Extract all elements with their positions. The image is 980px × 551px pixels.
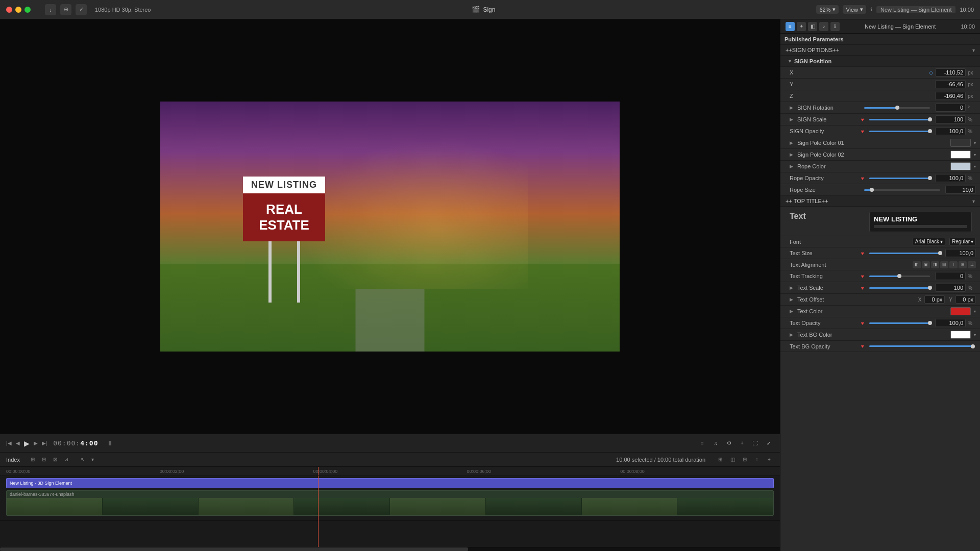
lock-icon[interactable]: ⊟: [740, 455, 749, 464]
pole-color-02-swatch[interactable]: [950, 151, 971, 159]
sign-clip[interactable]: New Listing - 3D Sign Element: [6, 478, 774, 488]
share-timeline-icon[interactable]: ↑: [752, 455, 762, 464]
bg-opacity-heart[interactable]: ♥: [861, 343, 864, 349]
rope-opacity-value[interactable]: 100,0: [935, 174, 966, 182]
text-scale-heart[interactable]: ♥: [861, 285, 864, 291]
bg-opacity-slider[interactable]: [869, 345, 973, 347]
text-size-heart[interactable]: ♥: [861, 251, 864, 256]
align-justify-btn[interactable]: ▤: [940, 261, 948, 268]
step-forward-icon[interactable]: ▶: [34, 440, 38, 446]
align-top-btn[interactable]: ⊤: [949, 261, 958, 268]
offset-y-value[interactable]: 0 px: [955, 295, 976, 304]
sign-position-section[interactable]: ▼ SIGN Position: [780, 56, 980, 67]
cursor-icon[interactable]: ↖: [78, 455, 87, 464]
align-center-btn[interactable]: ▣: [922, 261, 930, 268]
text-size-slider[interactable]: [869, 253, 940, 254]
list-view-icon[interactable]: ≡: [697, 438, 707, 448]
text-size-value[interactable]: 100,0: [945, 249, 976, 257]
clip-icon[interactable]: ⊞: [28, 455, 37, 464]
text-color-dropdown[interactable]: ▾: [974, 309, 976, 314]
text-preview-content[interactable]: NEW LISTING: [874, 215, 967, 223]
text-scale-slider[interactable]: [869, 287, 930, 289]
text-opacity-slider[interactable]: [869, 322, 930, 324]
offset-x-value[interactable]: 0 px: [924, 295, 945, 304]
published-params-section[interactable]: Published Parameters ⋯: [780, 34, 980, 45]
add-icon[interactable]: +: [737, 438, 747, 448]
text-preview-box[interactable]: NEW LISTING: [869, 212, 972, 232]
text-color-swatch[interactable]: [950, 307, 971, 315]
text-opacity-value[interactable]: 100,0: [935, 319, 966, 327]
audio-tab-icon[interactable]: ♪: [819, 22, 828, 31]
sign-options-row[interactable]: ++SIGN OPTIONS++ ▾: [780, 45, 980, 56]
go-to-start-icon[interactable]: |◀: [6, 440, 12, 446]
play-pause-button[interactable]: ▶: [24, 439, 30, 447]
opacity-slider[interactable]: [869, 131, 930, 132]
zoom-to-fit-icon[interactable]: ⊞: [716, 455, 725, 464]
font-name-select[interactable]: Arial Black ▾: [913, 238, 945, 245]
transition-tab-icon[interactable]: ◧: [808, 22, 817, 31]
effects-tab-icon[interactable]: ✦: [797, 22, 806, 31]
download-icon[interactable]: ↓: [45, 4, 56, 15]
rope-opacity-heart[interactable]: ♥: [861, 176, 864, 181]
top-title-row[interactable]: ++ TOP TITLE++ ▾: [780, 196, 980, 207]
fullscreen-preview-icon[interactable]: ⛶: [750, 438, 761, 448]
pole02-dropdown[interactable]: ▾: [974, 153, 976, 157]
rope-size-slider[interactable]: [864, 189, 940, 191]
properties-tab-icon[interactable]: ≡: [786, 22, 795, 31]
video-clip[interactable]: daniel-barnes-383674-unsplash: [6, 490, 774, 516]
scrubber-thumb[interactable]: [0, 547, 468, 551]
text-bg-color-swatch[interactable]: [950, 331, 971, 339]
tracking-slider[interactable]: [869, 276, 930, 277]
pause-icon[interactable]: ⏸: [107, 439, 113, 447]
align-middle-btn[interactable]: ⊞: [959, 261, 967, 268]
rotation-slider[interactable]: [864, 107, 930, 109]
close-button[interactable]: [6, 7, 12, 13]
opacity-value-input[interactable]: 100,0: [935, 127, 966, 135]
tracking-heart[interactable]: ♥: [861, 273, 864, 279]
settings-icon[interactable]: ⚙: [724, 438, 734, 448]
font-style-select[interactable]: Regular ▾: [949, 238, 976, 245]
view-control[interactable]: View ▾: [843, 5, 866, 14]
connect-icon[interactable]: ⊟: [39, 455, 48, 464]
expand-icon[interactable]: ⤢: [764, 438, 774, 448]
pole-color-01-swatch[interactable]: [950, 139, 971, 147]
align-bottom-btn[interactable]: ⊥: [968, 261, 976, 268]
y-value-input[interactable]: -66,46: [935, 80, 966, 88]
rotation-value-input[interactable]: 0: [935, 104, 966, 112]
rope-color-swatch[interactable]: [950, 162, 971, 170]
minimize-button[interactable]: [15, 7, 21, 13]
scale-value-input[interactable]: 100: [935, 115, 966, 123]
rope-opacity-slider[interactable]: [869, 178, 930, 179]
text-scale-value[interactable]: 100: [935, 284, 966, 292]
add-clip-icon[interactable]: +: [765, 455, 774, 464]
trim-icon[interactable]: ⊠: [51, 455, 60, 464]
x-keyframe-diamond[interactable]: ◇: [929, 69, 933, 76]
check-icon[interactable]: ✓: [76, 4, 87, 15]
bg-color-dropdown[interactable]: ▾: [974, 333, 976, 337]
scale-heart[interactable]: ♥: [861, 117, 864, 122]
share-icon[interactable]: ⊕: [60, 4, 71, 15]
zoom-control[interactable]: 62% ▾: [816, 5, 839, 14]
go-to-end-icon[interactable]: ▶|: [42, 440, 47, 446]
align-right-btn[interactable]: ◨: [931, 261, 939, 268]
fullscreen-button[interactable]: [24, 7, 31, 13]
audio-icon[interactable]: ♫: [710, 438, 721, 448]
info-icon[interactable]: ℹ: [870, 7, 872, 12]
blade-icon[interactable]: ▾: [88, 455, 97, 464]
opacity-heart[interactable]: ♥: [861, 129, 864, 134]
scale-slider[interactable]: [869, 119, 930, 120]
text-opacity-heart[interactable]: ♥: [861, 320, 864, 326]
pole01-dropdown[interactable]: ▾: [974, 141, 976, 145]
z-value-input[interactable]: -160,46: [935, 92, 966, 100]
info-tab-icon[interactable]: ℹ: [830, 22, 840, 31]
step-back-icon[interactable]: ◀: [16, 440, 20, 446]
mute-icon[interactable]: ◫: [728, 455, 737, 464]
rope-color-dropdown[interactable]: ▾: [974, 164, 976, 169]
x-value-input[interactable]: -110,52: [935, 68, 966, 77]
rope-size-value[interactable]: 10,0: [945, 186, 976, 194]
text-color-bar: [874, 225, 967, 228]
marker-icon[interactable]: ⊿: [62, 455, 71, 464]
scrubber-bar[interactable]: [0, 547, 780, 551]
align-left-btn[interactable]: ◧: [913, 261, 921, 268]
tracking-value[interactable]: 0: [935, 272, 966, 280]
